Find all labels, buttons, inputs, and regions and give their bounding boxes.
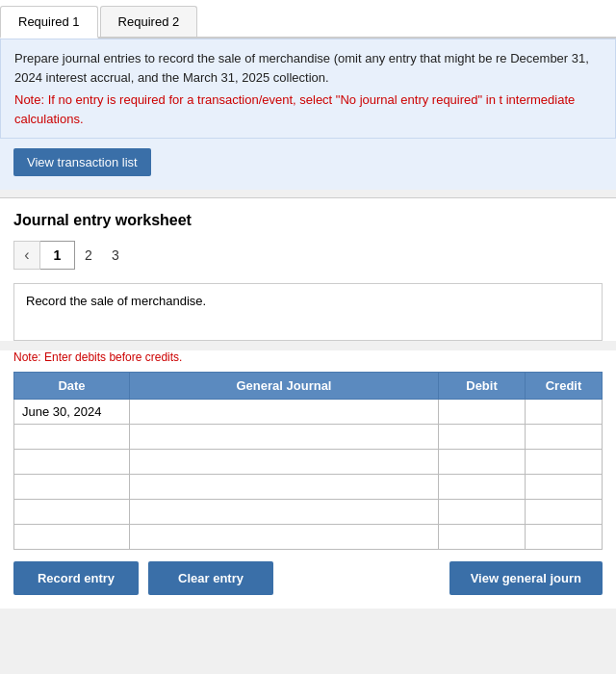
debit-input-6[interactable] xyxy=(439,525,525,549)
page-1[interactable]: 1 xyxy=(40,241,75,270)
date-cell-2 xyxy=(14,425,130,450)
credit-cell-6[interactable] xyxy=(526,525,603,550)
table-row xyxy=(14,525,603,550)
journal-input-4[interactable] xyxy=(130,475,438,499)
journal-table: Date General Journal Debit Credit June 3… xyxy=(13,372,603,550)
credit-input-5[interactable] xyxy=(526,500,602,524)
table-row xyxy=(14,475,603,500)
debit-input-1[interactable] xyxy=(439,400,525,424)
journal-cell-5[interactable] xyxy=(130,500,439,525)
credit-cell-1[interactable] xyxy=(526,400,603,425)
journal-cell-2[interactable] xyxy=(130,425,439,450)
tab-bar: Required 1 Required 2 xyxy=(0,0,616,39)
view-general-journal-button[interactable]: View general journ xyxy=(449,561,603,595)
page-2[interactable]: 2 xyxy=(75,241,102,270)
journal-cell-4[interactable] xyxy=(130,475,439,500)
pagination: ‹ 1 2 3 xyxy=(13,241,603,270)
credit-input-3[interactable] xyxy=(526,450,602,474)
journal-cell-6[interactable] xyxy=(130,525,439,550)
page-3[interactable]: 3 xyxy=(102,241,129,270)
journal-input-2[interactable] xyxy=(130,425,438,449)
debit-cell-1[interactable] xyxy=(439,400,526,425)
credit-cell-3[interactable] xyxy=(526,450,603,475)
credit-cell-4[interactable] xyxy=(526,475,603,500)
worksheet-title: Journal entry worksheet xyxy=(13,212,603,229)
table-row xyxy=(14,450,603,475)
worksheet-wrapper: Note: Enter debits before credits. Date … xyxy=(0,350,616,609)
entry-note: Note: Enter debits before credits. xyxy=(13,350,603,364)
debit-cell-3[interactable] xyxy=(439,450,526,475)
credit-input-1[interactable] xyxy=(526,400,602,424)
bottom-buttons: Record entry Clear entry View general jo… xyxy=(13,550,603,609)
date-cell-4 xyxy=(14,475,130,500)
clear-entry-button[interactable]: Clear entry xyxy=(148,561,273,595)
tab-required-2[interactable]: Required 2 xyxy=(100,6,198,37)
debit-cell-2[interactable] xyxy=(439,425,526,450)
header-journal: General Journal xyxy=(130,373,439,400)
instructions-box: Prepare journal entries to record the sa… xyxy=(0,39,616,139)
description-text: Record the sale of merchandise. xyxy=(26,294,206,308)
instructions-note: Note: If no entry is required for a tran… xyxy=(14,91,602,128)
date-cell-3 xyxy=(14,450,130,475)
table-row xyxy=(14,425,603,450)
credit-input-6[interactable] xyxy=(526,525,602,549)
table-row: June 30, 2024 xyxy=(14,400,603,425)
credit-cell-5[interactable] xyxy=(526,500,603,525)
journal-cell-3[interactable] xyxy=(130,450,439,475)
date-cell-1: June 30, 2024 xyxy=(14,400,130,425)
debit-input-2[interactable] xyxy=(439,425,525,449)
debit-cell-6[interactable] xyxy=(439,525,526,550)
journal-input-5[interactable] xyxy=(130,500,438,524)
debit-input-4[interactable] xyxy=(439,475,525,499)
debit-input-3[interactable] xyxy=(439,450,525,474)
worksheet-section: Journal entry worksheet ‹ 1 2 3 Record t… xyxy=(0,197,616,341)
date-cell-6 xyxy=(14,525,130,550)
date-cell-5 xyxy=(14,500,130,525)
record-entry-button[interactable]: Record entry xyxy=(13,561,139,595)
header-credit: Credit xyxy=(526,373,603,400)
view-transaction-button[interactable]: View transaction list xyxy=(13,148,151,176)
table-row xyxy=(14,500,603,525)
credit-input-4[interactable] xyxy=(526,475,602,499)
credit-cell-2[interactable] xyxy=(526,425,603,450)
debit-input-5[interactable] xyxy=(439,500,525,524)
prev-page-button[interactable]: ‹ xyxy=(13,241,40,270)
journal-input-1[interactable] xyxy=(130,400,438,424)
journal-input-3[interactable] xyxy=(130,450,438,474)
journal-cell-1[interactable] xyxy=(130,400,439,425)
credit-input-2[interactable] xyxy=(526,425,602,449)
tab-required-1[interactable]: Required 1 xyxy=(0,6,98,39)
debit-cell-4[interactable] xyxy=(439,475,526,500)
view-transaction-area: View transaction list xyxy=(0,139,616,190)
header-date: Date xyxy=(14,373,130,400)
instructions-main: Prepare journal entries to record the sa… xyxy=(14,49,602,87)
description-box: Record the sale of merchandise. xyxy=(13,283,603,341)
journal-input-6[interactable] xyxy=(130,525,438,549)
debit-cell-5[interactable] xyxy=(439,500,526,525)
header-debit: Debit xyxy=(439,373,526,400)
